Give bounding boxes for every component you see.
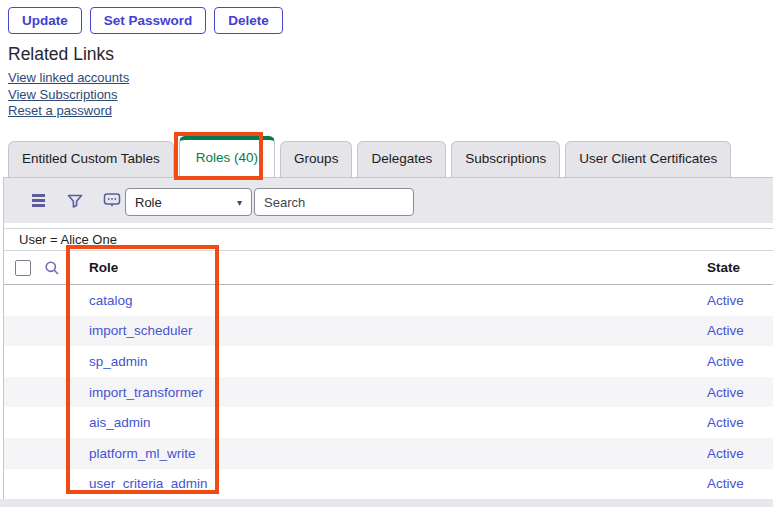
horizontal-scrollbar[interactable] [0, 499, 773, 507]
list-toolbar: Role ▾ [4, 178, 773, 223]
select-all-checkbox[interactable] [15, 260, 31, 276]
table-row: import_transformer Active [4, 377, 773, 408]
role-link[interactable]: platform_ml_write [89, 446, 196, 461]
table-row: import_scheduler Active [4, 316, 773, 347]
table-row: catalog Active [4, 285, 773, 316]
role-link[interactable]: catalog [89, 293, 133, 308]
role-link[interactable]: user_criteria_admin [89, 476, 208, 491]
list-menu-icon[interactable] [29, 192, 47, 210]
link-view-subscriptions[interactable]: View Subscriptions [8, 88, 129, 101]
role-link[interactable]: import_scheduler [89, 323, 193, 338]
link-reset-a-password[interactable]: Reset a password [8, 104, 129, 117]
state-link[interactable]: Active [707, 323, 744, 338]
filter-icon[interactable] [66, 192, 84, 210]
role-link[interactable]: ais_admin [89, 415, 151, 430]
state-link[interactable]: Active [707, 446, 744, 461]
column-header-role[interactable]: Role [89, 260, 707, 275]
related-links-list: View linked accounts View Subscriptions … [8, 71, 129, 121]
tab-subscriptions[interactable]: Subscriptions [451, 141, 560, 177]
table-row: platform_ml_write Active [4, 438, 773, 469]
table-row: ais_admin Active [4, 407, 773, 438]
state-link[interactable]: Active [707, 476, 744, 491]
table-header-row: Role State [4, 251, 773, 285]
search-input[interactable] [254, 188, 414, 216]
search-column-value: Role [135, 195, 162, 210]
related-links-heading: Related Links [8, 44, 114, 65]
tab-delegates[interactable]: Delegates [357, 141, 446, 177]
column-header-state[interactable]: State [707, 260, 773, 275]
record-action-bar: Update Set Password Delete [8, 7, 283, 34]
chat-icon[interactable] [103, 192, 121, 210]
tab-entitled-custom-tables[interactable]: Entitled Custom Tables [8, 141, 174, 177]
tab-groups[interactable]: Groups [280, 141, 352, 177]
roles-related-list-panel: Role ▾ User = Alice One Role State catal… [3, 177, 773, 499]
table-row: user_criteria_admin Active [4, 469, 773, 500]
role-link[interactable]: sp_admin [89, 354, 148, 369]
state-link[interactable]: Active [707, 354, 744, 369]
state-link[interactable]: Active [707, 293, 744, 308]
delete-button[interactable]: Delete [214, 7, 283, 34]
state-link[interactable]: Active [707, 385, 744, 400]
related-lists-tabbar: Entitled Custom Tables Roles (40) Groups… [8, 140, 731, 177]
link-view-linked-accounts[interactable]: View linked accounts [8, 71, 129, 84]
search-icon[interactable] [44, 260, 60, 276]
tab-user-client-certificates[interactable]: User Client Certificates [565, 141, 731, 177]
role-link[interactable]: import_transformer [89, 385, 203, 400]
update-button[interactable]: Update [8, 7, 82, 34]
table-row: sp_admin Active [4, 346, 773, 377]
state-link[interactable]: Active [707, 415, 744, 430]
tab-roles[interactable]: Roles (40) [179, 136, 275, 177]
table-body: catalog Active import_scheduler Active s… [4, 285, 773, 499]
breadcrumb[interactable]: User = Alice One [4, 228, 773, 251]
set-password-button[interactable]: Set Password [90, 7, 207, 34]
list-icon [32, 194, 45, 207]
search-column-select[interactable]: Role ▾ [125, 188, 252, 216]
chevron-down-icon: ▾ [237, 197, 242, 208]
